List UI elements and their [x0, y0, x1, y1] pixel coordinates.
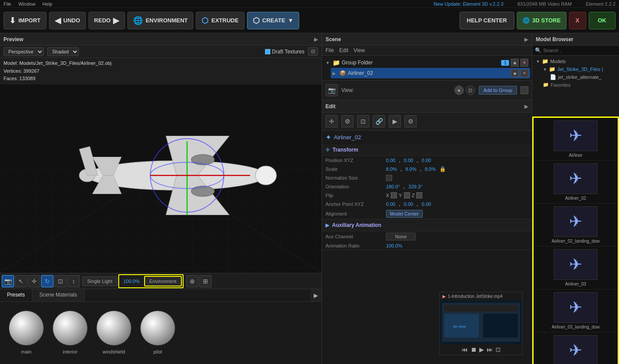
- models-root-item[interactable]: ▼ 📁 Models: [534, 57, 617, 65]
- thumb-airliner-02[interactable]: ✈ Airliner_02: [534, 161, 618, 204]
- maximize-button[interactable]: ⊡: [308, 47, 318, 56]
- group-folder-row[interactable]: ▼ 📁 Group Folder 1 ■ ×: [324, 57, 530, 68]
- group-close-button[interactable]: ×: [520, 59, 528, 67]
- position-x[interactable]: 0.00: [386, 158, 395, 163]
- scene-menu-file[interactable]: File: [325, 47, 334, 53]
- normalize-checkbox[interactable]: [386, 175, 392, 181]
- orientation-y[interactable]: 329.3°: [408, 184, 422, 189]
- jet-strike-item[interactable]: ▼ 📁 Jet_Strike_3D_Files (: [541, 65, 617, 73]
- favorites-item[interactable]: 📁 Favorites: [534, 81, 617, 88]
- video-preview[interactable]: 3D View: [440, 300, 522, 344]
- scale-y[interactable]: 8.0%: [405, 166, 416, 172]
- menu-help[interactable]: Help: [42, 1, 53, 7]
- airliner-close-button[interactable]: ×: [520, 69, 528, 77]
- shaded-select[interactable]: Shaded: [47, 47, 79, 56]
- video-icon: ▶: [442, 294, 446, 299]
- single-light-button[interactable]: Single Light: [82, 276, 117, 286]
- ok-button[interactable]: OK: [589, 12, 616, 29]
- flip-x-checkbox[interactable]: [391, 192, 397, 198]
- thumb-airliner-02-landing[interactable]: ✈ Airliner_02_landing_dow: [534, 204, 618, 247]
- search-input[interactable]: [543, 48, 616, 53]
- rotate-tool-button[interactable]: ↻: [41, 275, 53, 287]
- frame-tool-button[interactable]: ⊡: [54, 275, 67, 287]
- group-badge: 1: [501, 60, 509, 66]
- viewport-3d[interactable]: [0, 85, 322, 273]
- video-rewind-button[interactable]: ⏮: [462, 346, 468, 353]
- move-tool-button[interactable]: ✛: [28, 275, 40, 287]
- orientation-x[interactable]: 180.0°: [386, 184, 400, 189]
- video-stop-button[interactable]: ⏹: [470, 346, 477, 353]
- anchor-z[interactable]: 0.00: [422, 201, 431, 207]
- thumb-airliner[interactable]: ✈ Airliner: [534, 118, 618, 161]
- material-item-interior[interactable]: interior: [53, 311, 88, 354]
- video-forward-button[interactable]: ⏭: [487, 346, 493, 353]
- material-icon-btn[interactable]: ⊡: [357, 115, 369, 127]
- model-center-button[interactable]: Model Center: [386, 210, 423, 218]
- 3d-store-button[interactable]: 🌐 3D STORE: [517, 12, 566, 29]
- display-tool-button[interactable]: ⊞: [199, 275, 212, 287]
- close-button[interactable]: X: [569, 12, 586, 29]
- select-tool-button[interactable]: ↖: [15, 275, 27, 287]
- scene-menu-view[interactable]: View: [354, 47, 365, 53]
- video-play-button[interactable]: ▶: [479, 346, 484, 353]
- group-vis-button[interactable]: ■: [511, 59, 519, 67]
- redo-button[interactable]: REDO ▶: [88, 12, 125, 29]
- video-fullscreen-button[interactable]: ⊡: [495, 346, 501, 353]
- help-center-button[interactable]: HELP CENTER: [460, 12, 515, 29]
- thumb-more[interactable]: ✈: [534, 332, 618, 364]
- jet-strike-alt-item[interactable]: 📄 jet_strike_alternate_: [548, 73, 617, 81]
- scene-expand-arrow[interactable]: ▶: [524, 36, 528, 42]
- animation-ratio-label: Animation Ratio: [325, 243, 382, 248]
- airliner-vis-button[interactable]: ■: [511, 69, 519, 77]
- update-link: New Update: Element 3D v.2.2.3: [434, 1, 503, 7]
- thumb-airliner-03[interactable]: ✈ Airliner_03: [534, 247, 618, 290]
- transform-icon-btn[interactable]: ✛: [325, 115, 338, 127]
- presets-expand-arrow[interactable]: ▶: [310, 289, 322, 301]
- camera-tool-button[interactable]: 📷: [2, 275, 14, 287]
- scale-z[interactable]: 8.0%: [425, 166, 436, 172]
- edit-expand-arrow[interactable]: ▶: [524, 103, 528, 110]
- scene-panel-header: Scene ▶: [322, 33, 532, 46]
- view-square-button[interactable]: ⊡: [466, 85, 475, 95]
- view-circle-button[interactable]: ●: [454, 85, 464, 95]
- menu-window[interactable]: Window: [18, 1, 35, 7]
- settings-icon-btn[interactable]: ⚙: [341, 115, 354, 127]
- environment-view-button[interactable]: Environment: [144, 276, 182, 286]
- scene-menu-edit[interactable]: Edit: [339, 47, 348, 53]
- animation-ratio-value[interactable]: 100.0%: [386, 243, 402, 248]
- perspective-select[interactable]: Perspective: [4, 47, 44, 56]
- position-y[interactable]: 0.00: [404, 158, 413, 163]
- more-icon-btn[interactable]: ⚙: [404, 115, 417, 127]
- undo-button[interactable]: ◀ UNDO: [49, 12, 86, 29]
- create-button[interactable]: ⬡ CREATE ▼: [247, 12, 299, 29]
- preview-expand-arrow[interactable]: ▶: [314, 36, 318, 42]
- anchor-y[interactable]: 0.00: [404, 201, 413, 207]
- flip-z-checkbox[interactable]: [416, 192, 422, 198]
- anim-icon-btn[interactable]: ▶: [389, 115, 401, 127]
- extra-tool-button[interactable]: ↕: [67, 275, 80, 287]
- anchor-row: Anchor Point XYZ 0.00, 0.00, 0.00: [322, 200, 532, 209]
- add-vis-square[interactable]: [520, 86, 528, 94]
- aux-none-button[interactable]: None: [386, 233, 416, 240]
- menu-file[interactable]: File: [4, 1, 11, 7]
- environment-button[interactable]: 🌐 ENVIRONMENT: [127, 12, 193, 29]
- extrude-button[interactable]: ⬡ EXTRUDE: [196, 12, 244, 29]
- thumb-airliner-03-landing[interactable]: ✈ Airliner_03_landing_dow: [534, 290, 618, 332]
- lock-icon[interactable]: 🔒: [439, 166, 446, 172]
- paths-icon-btn[interactable]: 🔗: [373, 115, 385, 127]
- presets-tab[interactable]: Presets: [0, 289, 32, 301]
- airliner-row[interactable]: ▶ 📦 Airliner_02 ■ ×: [331, 68, 530, 78]
- scene-materials-tab[interactable]: Scene Materials: [32, 289, 85, 301]
- draft-textures-checkbox[interactable]: [265, 49, 270, 54]
- position-z[interactable]: 0.00: [422, 158, 431, 163]
- camera-icon-button[interactable]: 📷: [325, 84, 338, 96]
- scale-x[interactable]: 8.0%: [386, 166, 397, 172]
- add-to-group-button[interactable]: Add to Group: [479, 86, 517, 95]
- target-tool-button[interactable]: ⊕: [186, 275, 198, 287]
- flip-y-checkbox[interactable]: [404, 192, 410, 198]
- import-button[interactable]: ⬇ IMPORT: [4, 12, 46, 29]
- anchor-x[interactable]: 0.00: [386, 201, 395, 207]
- material-item-main[interactable]: main: [9, 311, 44, 354]
- material-item-windshield[interactable]: windshield: [96, 311, 131, 354]
- material-item-pilot[interactable]: pilot: [140, 311, 175, 354]
